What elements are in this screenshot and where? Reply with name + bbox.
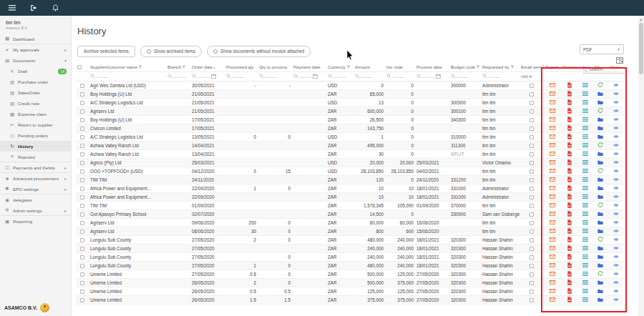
cell-preview-button[interactable] [561,184,578,192]
filter-cell-budget_code[interactable] [449,71,481,81]
cell-select[interactable] [76,167,89,175]
cell-attachment-button[interactable] [592,167,608,175]
row-checkbox[interactable] [80,127,84,131]
column-header-order_date[interactable]: Order date↓ [190,62,225,71]
filter-funnel-icon[interactable] [182,65,186,69]
table-row[interactable]: Achwa Valley Ranch Ltd14/04/2021ZAR495,0… [76,141,623,149]
cell-report-button[interactable] [544,235,561,244]
cell-lines-button[interactable] [578,278,592,287]
cell-email-sent[interactable] [519,107,544,115]
filter-cell-order_date[interactable] [190,71,225,81]
cell-select[interactable] [76,235,89,244]
email-sent-checkbox[interactable] [530,169,534,174]
cell-attachment-button[interactable] [592,287,608,295]
cell-preview-button[interactable] [561,209,578,218]
row-checkbox[interactable] [80,229,84,234]
sidebar-item-admin-settings[interactable]: ✲Admin settings▸ [0,205,71,216]
cell-preview-button[interactable] [561,218,578,227]
cell-report-button[interactable] [544,132,561,141]
table-row[interactable]: Agriserv Ltd21/05/2021ZAR600,0000300100t… [76,107,623,115]
cell-lines-button[interactable] [578,89,592,98]
sidebar-item-rejected[interactable]: ✕Rejected [0,152,71,162]
cell-select[interactable] [76,218,89,227]
table-row[interactable]: Umeme Limited27/05/20200.50ZAR500,000125… [76,270,623,278]
filter-funnel-icon[interactable] [346,65,351,69]
cell-lines-button[interactable] [578,149,592,158]
row-checkbox[interactable] [80,204,84,208]
filter-cell-supplier[interactable] [89,71,166,81]
email-sent-checkbox[interactable] [530,127,534,131]
sidebar-item-salesorder[interactable]: ▨SalesOrder [0,87,71,98]
cell-lines-button[interactable] [578,227,592,235]
cell-email-sent[interactable] [519,149,544,158]
cell-lines-button[interactable] [578,184,592,192]
cell-lines-button[interactable] [578,244,592,252]
row-checkbox[interactable] [80,101,84,105]
cell-email-sent[interactable] [519,278,544,287]
cell-email-sent[interactable] [519,209,544,218]
column-header-email_sent[interactable]: Email sent [519,62,544,71]
cell-view-button[interactable] [608,295,623,304]
cell-attachment-button[interactable] [592,252,608,261]
column-header-payment_date[interactable]: Payment date [292,62,326,71]
column-header-select[interactable] [76,62,89,71]
column-header-process_date[interactable]: Process date [415,62,449,71]
cell-report-button[interactable] [544,115,561,124]
show-without-invoice-radio[interactable]: Show documents without invoice attached [207,46,311,57]
table-row[interactable]: Lungulu Sub County27/05/20200ZAR240,0002… [76,252,623,261]
cell-preview-button[interactable] [561,252,578,261]
email-sent-checkbox[interactable] [530,247,534,251]
scroll-up-icon[interactable]: ▲ [640,17,643,21]
cell-report-button[interactable] [544,167,561,175]
cell-view-button[interactable] [608,132,623,141]
cell-select[interactable] [76,141,89,149]
cell-email-sent[interactable] [519,235,544,244]
cell-email-sent[interactable] [519,227,544,235]
cell-email-sent[interactable] [519,132,544,141]
cell-email-sent[interactable] [519,167,544,175]
filter-cell-payment_date[interactable] [292,71,326,81]
cell-lines-button[interactable] [578,175,592,184]
cell-select[interactable] [76,89,89,98]
cell-lines-button[interactable] [578,209,592,218]
cell-preview-button[interactable] [561,167,578,175]
cell-lines-button[interactable] [578,107,592,115]
email-sent-checkbox[interactable] [530,101,534,105]
search-input[interactable] [589,67,622,71]
row-checkbox[interactable] [80,255,84,260]
cell-select[interactable] [76,244,89,252]
cell-view-button[interactable] [608,201,623,209]
cell-select[interactable] [76,192,89,201]
table-row[interactable]: Achwa Valley Ranch Ltd13/04/2021ZAR300SP… [76,149,623,158]
export-format-select[interactable]: PDF ▼ [580,44,624,54]
email-sent-checkbox[interactable] [530,144,534,148]
cell-lines-button[interactable] [578,98,592,107]
cell-view-button[interactable] [608,98,623,107]
email-sent-checkbox[interactable] [530,281,534,285]
calendar-icon[interactable] [313,74,318,79]
cell-select[interactable] [76,149,89,158]
sidebar-item-purchase-order[interactable]: ▥Purchase order [0,76,71,87]
email-sent-checkbox[interactable] [530,255,534,260]
cell-email-sent[interactable] [519,261,544,270]
email-sent-checkbox[interactable] [530,264,534,268]
cell-view-button[interactable] [608,270,623,278]
cell-select[interactable] [76,81,89,89]
filter-cell-email_sent[interactable]: (All) ▾ [519,71,544,81]
cell-report-button[interactable] [544,124,561,132]
email-sent-checkbox[interactable] [530,238,534,242]
table-row[interactable]: Agriserv Ltd08/06/2020300ZAR80060015/06/… [76,227,623,235]
email-sent-checkbox[interactable] [530,84,534,88]
table-row[interactable]: Lungulu Sub County27/05/2020ZAR240,00024… [76,244,623,252]
row-checkbox[interactable] [80,290,84,294]
cell-report-button[interactable] [544,295,561,304]
cell-email-sent[interactable] [519,89,544,98]
cell-select[interactable] [76,184,89,192]
sidebar-item-history[interactable]: ↻History [0,141,71,152]
radio-circle-icon[interactable] [213,49,218,54]
row-checkbox[interactable] [80,221,84,225]
cell-attachment-button[interactable] [592,244,608,252]
email-sent-checkbox[interactable] [530,290,534,294]
cell-view-button[interactable] [608,167,623,175]
table-row[interactable]: Umeme Limited26/05/20201.51.5ZAR375,0003… [76,295,623,304]
